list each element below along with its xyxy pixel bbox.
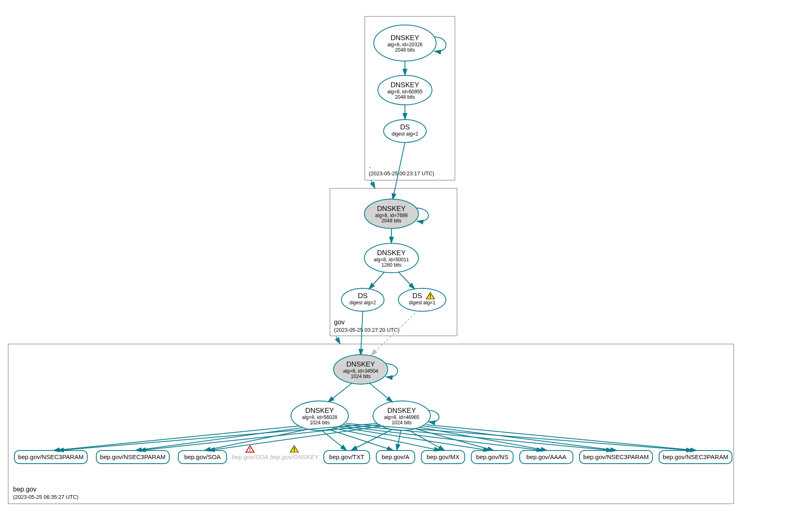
svg-text:digest alg=1: digest alg=1 [409, 300, 435, 306]
svg-text:!: ! [430, 294, 431, 299]
svg-text:alg=8, id=50011: alg=8, id=50011 [374, 257, 409, 263]
svg-text:bep.gov/A: bep.gov/A [382, 453, 409, 460]
rrset-nsec3param-3[interactable]: bep.gov/NSEC3PARAM [580, 451, 652, 464]
zone-gov-name: gov [334, 319, 345, 326]
svg-text:1280 bits: 1280 bits [382, 262, 402, 268]
zone-root-name: . [369, 162, 371, 169]
svg-text:bep.gov/NSEC3PARAM: bep.gov/NSEC3PARAM [663, 453, 728, 460]
edge-zsk2-r2 [139, 425, 380, 451]
svg-text:bep.gov/NSEC3PARAM: bep.gov/NSEC3PARAM [583, 453, 649, 460]
svg-text:alg=8, id=34504: alg=8, id=34504 [343, 368, 378, 374]
svg-text:alg=8, id=56028: alg=8, id=56028 [302, 414, 337, 420]
svg-text:bep.gov/SOA: bep.gov/SOA [232, 453, 268, 460]
edge-gov-bep-deleg [336, 337, 340, 344]
edge-bepksk-zsk1 [328, 383, 352, 402]
svg-text:digest alg=2: digest alg=2 [349, 300, 376, 306]
svg-text:bep.gov/AAAA: bep.gov/AAAA [526, 453, 566, 460]
svg-text:2048 bits: 2048 bits [395, 94, 415, 100]
svg-text:bep.gov/NSEC3PARAM: bep.gov/NSEC3PARAM [100, 453, 166, 460]
svg-text:bep.gov/TXT: bep.gov/TXT [329, 453, 364, 460]
svg-text:bep.gov/NSEC3PARAM: bep.gov/NSEC3PARAM [18, 453, 84, 460]
svg-text:DNSKEY: DNSKEY [391, 34, 419, 42]
svg-text:1024 bits: 1024 bits [351, 374, 371, 379]
rrset-a[interactable]: bep.gov/A [376, 451, 415, 464]
rrset-nsec3param-4[interactable]: bep.gov/NSEC3PARAM [659, 451, 732, 464]
node-gov-ksk[interactable]: DNSKEY alg=8, id=7698 2048 bits [364, 199, 418, 229]
svg-text:DS: DS [400, 123, 410, 131]
svg-text:bep.gov/SOA: bep.gov/SOA [184, 453, 221, 460]
edge-govzsk-ds2 [398, 272, 415, 289]
edge-govds2-bepksk [371, 310, 418, 355]
zone-bep-ts: (2023-05-25 06:35:27 UTC) [13, 494, 79, 500]
node-gov-ds1[interactable]: DS digest alg=2 [341, 288, 384, 311]
svg-text:alg=8, id=60955: alg=8, id=60955 [387, 89, 423, 95]
edge-govzsk-ds1 [369, 272, 384, 289]
rrset-ns[interactable]: bep.gov/NS [471, 451, 513, 464]
edge-root-gov-deleg [371, 180, 375, 188]
svg-text:DS: DS [358, 292, 368, 300]
svg-text:1024 bits: 1024 bits [392, 420, 412, 426]
rrset-mx[interactable]: bep.gov/MX [421, 451, 465, 464]
edge-zsk1-r10 [340, 426, 543, 451]
svg-text:!: ! [249, 447, 251, 453]
edge-zsk2-r7 [397, 430, 401, 451]
rrset-dnskey-insecure[interactable]: bep.gov/DNSKEY [270, 453, 319, 460]
edge-zsk1-r3 [204, 429, 308, 451]
rrset-nsec3param-1[interactable]: bep.gov/NSEC3PARAM [14, 451, 87, 464]
edge-zsk2-r1 [57, 423, 377, 451]
rrset-nsec3param-2[interactable]: bep.gov/NSEC3PARAM [96, 451, 169, 464]
node-root-ksk[interactable]: DNSKEY alg=8, id=20326 2048 bits [374, 25, 436, 61]
node-root-zsk[interactable]: DNSKEY alg=8, id=60955 2048 bits [378, 75, 432, 105]
edge-zsk1-r9 [337, 427, 490, 451]
edge-govds1-bepksk [361, 311, 363, 355]
svg-text:1024 bits: 1024 bits [310, 420, 330, 426]
svg-text:alg=8, id=7698: alg=8, id=7698 [375, 213, 408, 218]
node-gov-zsk[interactable]: DNSKEY alg=8, id=50011 1280 bits [364, 243, 418, 273]
rrset-soa-insecure[interactable]: bep.gov/SOA [232, 453, 268, 460]
svg-text:DNSKEY: DNSKEY [346, 360, 375, 368]
svg-text:!: ! [293, 447, 295, 453]
svg-text:alg=8, id=46965: alg=8, id=46965 [384, 414, 419, 420]
rrset-aaaa[interactable]: bep.gov/AAAA [520, 451, 573, 464]
dnssec-graph: . (2023-05-25 00:23:17 UTC) DNSKEY alg=8… [0, 0, 807, 532]
svg-text:DS: DS [412, 292, 422, 300]
svg-text:2048 bits: 2048 bits [395, 47, 415, 53]
node-bep-zsk1[interactable]: DNSKEY alg=8, id=56028 1024 bits [291, 401, 348, 430]
error-icon: ! [246, 446, 254, 453]
node-root-ds[interactable]: DS digest alg=2 [384, 120, 426, 143]
svg-text:bep.gov/DNSKEY: bep.gov/DNSKEY [270, 453, 319, 460]
node-bep-ksk[interactable]: DNSKEY alg=8, id=34504 1024 bits [334, 355, 388, 384]
svg-text:DNSKEY: DNSKEY [391, 81, 419, 89]
zone-bep-name: bep.gov [13, 486, 36, 493]
svg-text:2048 bits: 2048 bits [382, 218, 402, 224]
node-gov-ds2[interactable]: DS digest alg=1 [398, 288, 446, 311]
zone-root-ts: (2023-05-25 00:23:17 UTC) [369, 170, 434, 177]
svg-text:bep.gov/NS: bep.gov/NS [476, 453, 508, 460]
zone-gov-ts: (2023-05-25 03:27:20 UTC) [334, 327, 400, 333]
svg-text:DNSKEY: DNSKEY [377, 205, 406, 213]
warning-icon: ! [290, 446, 298, 453]
svg-text:DNSKEY: DNSKEY [377, 249, 406, 257]
rrset-soa[interactable]: bep.gov/SOA [178, 451, 227, 464]
svg-text:DNSKEY: DNSKEY [387, 407, 416, 414]
edge-bepksk-zsk2 [370, 383, 393, 402]
edge-zsk1-r6 [322, 430, 347, 451]
svg-text:alg=8, id=20326: alg=8, id=20326 [387, 42, 423, 48]
svg-text:DNSKEY: DNSKEY [305, 407, 334, 414]
rrset-txt[interactable]: bep.gov/TXT [324, 451, 370, 464]
svg-text:digest alg=2: digest alg=2 [391, 131, 418, 137]
svg-text:bep.gov/MX: bep.gov/MX [427, 453, 459, 460]
edge-zsk2-r11 [423, 426, 617, 451]
